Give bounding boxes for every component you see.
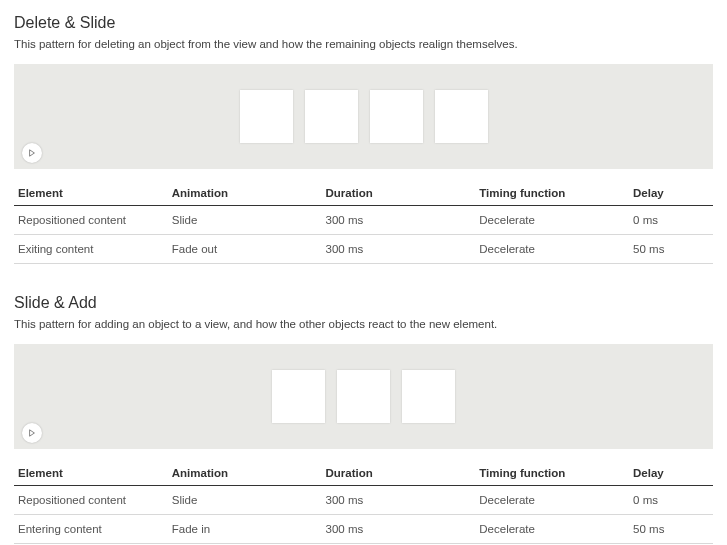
cell-timing: Decelerate bbox=[475, 515, 629, 544]
cell-animation: Slide bbox=[168, 486, 322, 515]
table-row: Repositioned content Slide 300 ms Decele… bbox=[14, 486, 713, 515]
header-delay: Delay bbox=[629, 461, 713, 486]
demo-box bbox=[305, 90, 358, 143]
table-row: Repositioned content Slide 300 ms Decele… bbox=[14, 206, 713, 235]
header-element: Element bbox=[14, 461, 168, 486]
cell-timing: Decelerate bbox=[475, 206, 629, 235]
cell-delay: 0 ms bbox=[629, 206, 713, 235]
section-description: This pattern for adding an object to a v… bbox=[14, 318, 713, 330]
play-button[interactable] bbox=[22, 143, 42, 163]
header-duration: Duration bbox=[322, 181, 476, 206]
play-icon bbox=[28, 149, 36, 157]
section-slide-add: Slide & Add This pattern for adding an o… bbox=[14, 294, 713, 544]
section-title: Delete & Slide bbox=[14, 14, 713, 32]
cell-timing: Decelerate bbox=[475, 235, 629, 264]
header-animation: Animation bbox=[168, 181, 322, 206]
cell-delay: 50 ms bbox=[629, 515, 713, 544]
play-button[interactable] bbox=[22, 423, 42, 443]
table-row: Entering content Fade in 300 ms Decelera… bbox=[14, 515, 713, 544]
cell-element: Repositioned content bbox=[14, 206, 168, 235]
table-header-row: Element Animation Duration Timing functi… bbox=[14, 461, 713, 486]
play-icon bbox=[28, 429, 36, 437]
header-timing: Timing function bbox=[475, 181, 629, 206]
header-animation: Animation bbox=[168, 461, 322, 486]
cell-timing: Decelerate bbox=[475, 486, 629, 515]
cell-element: Exiting content bbox=[14, 235, 168, 264]
section-delete-slide: Delete & Slide This pattern for deleting… bbox=[14, 14, 713, 264]
cell-duration: 300 ms bbox=[322, 515, 476, 544]
header-duration: Duration bbox=[322, 461, 476, 486]
demo-box bbox=[337, 370, 390, 423]
header-element: Element bbox=[14, 181, 168, 206]
section-description: This pattern for deleting an object from… bbox=[14, 38, 713, 50]
cell-element: Entering content bbox=[14, 515, 168, 544]
table-header-row: Element Animation Duration Timing functi… bbox=[14, 181, 713, 206]
animation-table: Element Animation Duration Timing functi… bbox=[14, 181, 713, 264]
demo-box bbox=[435, 90, 488, 143]
demo-box bbox=[240, 90, 293, 143]
cell-animation: Slide bbox=[168, 206, 322, 235]
cell-delay: 0 ms bbox=[629, 486, 713, 515]
cell-duration: 300 ms bbox=[322, 486, 476, 515]
demo-area bbox=[14, 64, 713, 169]
demo-box bbox=[272, 370, 325, 423]
cell-duration: 300 ms bbox=[322, 206, 476, 235]
demo-box bbox=[370, 90, 423, 143]
cell-animation: Fade in bbox=[168, 515, 322, 544]
animation-table: Element Animation Duration Timing functi… bbox=[14, 461, 713, 544]
demo-area bbox=[14, 344, 713, 449]
cell-animation: Fade out bbox=[168, 235, 322, 264]
demo-box bbox=[402, 370, 455, 423]
cell-duration: 300 ms bbox=[322, 235, 476, 264]
cell-element: Repositioned content bbox=[14, 486, 168, 515]
header-timing: Timing function bbox=[475, 461, 629, 486]
table-row: Exiting content Fade out 300 ms Decelera… bbox=[14, 235, 713, 264]
section-title: Slide & Add bbox=[14, 294, 713, 312]
header-delay: Delay bbox=[629, 181, 713, 206]
cell-delay: 50 ms bbox=[629, 235, 713, 264]
